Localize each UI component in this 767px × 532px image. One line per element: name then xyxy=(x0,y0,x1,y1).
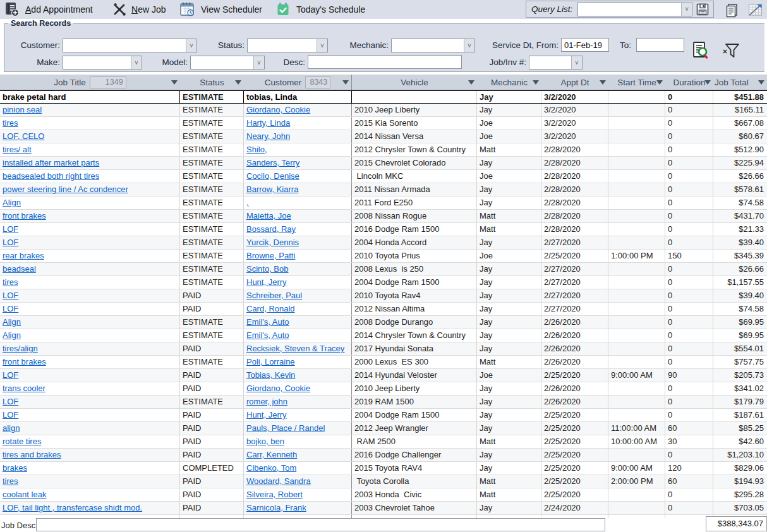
job-title-link[interactable]: Align xyxy=(3,330,21,340)
chevron-down-icon[interactable]: ˅ xyxy=(317,39,327,52)
customer-link[interactable]: Harty, Linda xyxy=(246,118,290,128)
customer-link[interactable]: Card, Ronald xyxy=(246,304,295,313)
table-row[interactable]: LOFESTIMATEBossard, Ray2016 Dodge Ram 15… xyxy=(0,223,767,236)
save-query-button[interactable] xyxy=(696,3,710,16)
customer-link[interactable]: Sanders, Terry xyxy=(246,158,299,167)
table-row[interactable]: tires/ altESTIMATEShilo,2012 Chrysler To… xyxy=(0,143,767,157)
sort-arrow-icon[interactable] xyxy=(704,80,711,85)
job-title-link[interactable]: tires and brakes xyxy=(3,450,61,459)
mechanic-select[interactable]: ˅ xyxy=(391,39,475,52)
export-grid-button[interactable] xyxy=(747,2,763,18)
table-row[interactable]: LOFPAIDHunt, Jerry2004 Dodge Ram 1500Jay… xyxy=(0,409,767,422)
customer-select[interactable]: ˅ xyxy=(63,39,197,52)
customer-link[interactable]: Woodard, Sandra xyxy=(246,476,311,486)
table-row[interactable]: tiresPAIDWoodard, Sandra Toyota CorollaM… xyxy=(0,475,767,488)
column-header-status[interactable]: Status xyxy=(180,75,244,90)
table-row[interactable]: rear brakesESTIMATEBrowne, Patti2010 Toy… xyxy=(0,250,767,263)
customer-link[interactable]: Silveira, Robert xyxy=(246,490,303,499)
column-header-job-title[interactable]: Job Title 1349 xyxy=(0,75,180,90)
table-row[interactable]: beadsealed both right tiresESTIMATECocil… xyxy=(0,170,767,183)
job-title-link[interactable]: front brakes xyxy=(3,357,46,366)
table-row[interactable]: alignPAIDPauls, Place / Randel2012 Jeep … xyxy=(0,422,767,435)
job-title-link[interactable]: coolant leak xyxy=(3,490,46,499)
customer-link[interactable]: Emil's, Auto xyxy=(246,330,289,340)
table-row[interactable]: LOFESTIMATEYurcik, Dennis2004 Honda Acco… xyxy=(0,236,767,250)
table-row[interactable]: power steering line / Ac condencerESTIMA… xyxy=(0,183,767,196)
chevron-down-icon[interactable]: ˅ xyxy=(571,56,582,69)
column-header-vehicle[interactable]: Vehicle xyxy=(352,75,477,90)
customer-link[interactable]: Barrow, Kiarra xyxy=(246,184,298,194)
table-row[interactable]: tiresESTIMATEHunt, Jerry2004 Dodge Ram 1… xyxy=(0,276,767,289)
customer-link[interactable]: Poli, Lorraine xyxy=(246,357,295,366)
job-title-link[interactable]: tires xyxy=(3,277,18,287)
table-row[interactable]: brakesCOMPLETEDCibenko, Tom2015 Toyota R… xyxy=(0,462,767,475)
column-header-start-time[interactable]: Start Time xyxy=(608,75,665,90)
table-row[interactable]: tires and brakesPAIDCarr, Kenneth2016 Do… xyxy=(0,449,767,462)
table-row[interactable]: LOFPAIDSchreiber, Paul2010 Toyota Rav4Ja… xyxy=(0,289,767,303)
customer-link[interactable]: Hunt, Jerry xyxy=(246,277,287,287)
table-row[interactable]: AlignESTIMATE,2011 Ford E250Jay2/28/2020… xyxy=(0,196,767,210)
table-row[interactable]: tires/alignPAIDRecksiek, Steven & Tracey… xyxy=(0,342,767,356)
sort-arrow-icon[interactable] xyxy=(600,80,606,85)
job-title-link[interactable]: brakes xyxy=(3,463,27,473)
customer-link[interactable]: Scinto, Bob xyxy=(246,264,289,274)
job-title-link[interactable]: tires xyxy=(3,118,18,128)
table-row[interactable]: front brakesESTIMATEPoli, Lorraine2000 L… xyxy=(0,356,767,369)
column-header-customer[interactable]: Customer 8343 xyxy=(244,75,352,90)
job-title-link[interactable]: beadsealed both right tires xyxy=(3,171,99,181)
status-select[interactable]: ˅ xyxy=(247,39,328,52)
table-row[interactable]: LOF, CELOESTIMATENeary, John2014 Nissan … xyxy=(0,130,767,143)
table-row[interactable]: LOFESTIMATEromer, john2019 RAM 1500Jay2/… xyxy=(0,396,767,409)
job-title-link[interactable]: LOF, CELO xyxy=(3,131,44,141)
customer-link[interactable]: bojko, ben xyxy=(246,437,284,446)
job-title-link[interactable]: trans cooler xyxy=(3,384,45,393)
column-header-appt-dt[interactable]: Appt Dt xyxy=(541,75,608,90)
table-row[interactable]: AlignESTIMATEEmil's, Auto2014 Chrysler T… xyxy=(0,329,767,342)
job-title-link[interactable]: Align xyxy=(3,198,21,207)
job-title-link[interactable]: LOF xyxy=(3,370,18,380)
customer-link[interactable]: Emil's, Auto xyxy=(246,317,289,327)
customer-link[interactable]: Recksiek, Steven & Tracey xyxy=(246,344,344,353)
customer-link[interactable]: Neary, John xyxy=(246,131,290,141)
sort-arrow-icon[interactable] xyxy=(342,80,349,85)
customer-link[interactable]: Schreiber, Paul xyxy=(246,291,302,300)
table-row[interactable]: LOFPAIDCard, Ronald2012 Nissan AltimaJay… xyxy=(0,303,767,316)
job-title-link[interactable]: Align xyxy=(3,317,21,327)
chevron-down-icon[interactable]: ˅ xyxy=(186,39,196,52)
customer-link[interactable]: Carr, Kenneth xyxy=(246,450,297,459)
customer-link[interactable]: Pauls, Place / Randel xyxy=(246,423,325,433)
job-title-link[interactable]: tires xyxy=(3,476,18,486)
table-row[interactable]: LOF, tail light , transfercase shidt mod… xyxy=(0,502,767,515)
customer-link[interactable]: , xyxy=(246,198,249,207)
job-title-link[interactable]: power steering line / Ac condencer xyxy=(3,184,128,194)
table-row[interactable]: brake petal hardESTIMATEtobias, LindaJay… xyxy=(0,90,767,104)
job-title-link[interactable]: LOF xyxy=(3,291,18,300)
table-row[interactable]: LOFPAIDTobias, Kevin2014 Hyundai Veloste… xyxy=(0,369,767,382)
table-row[interactable]: AlignESTIMATEEmil's, Auto2008 Dodge Dura… xyxy=(0,316,767,329)
table-row[interactable]: pinion sealESTIMATEGiordano, Cookie2010 … xyxy=(0,104,767,117)
table-row[interactable]: front brakesESTIMATEMaietta, Joe2008 Nis… xyxy=(0,210,767,223)
customer-link[interactable]: Bossard, Ray xyxy=(246,224,296,234)
chevron-down-icon[interactable]: ˅ xyxy=(131,56,142,69)
model-select[interactable]: ˅ xyxy=(190,56,265,70)
sort-arrow-icon[interactable] xyxy=(656,80,663,85)
clear-filter-button[interactable] xyxy=(721,42,742,61)
sort-arrow-icon[interactable] xyxy=(468,80,474,85)
customer-link[interactable]: Shilo, xyxy=(246,145,267,154)
column-header-mechanic[interactable]: Mechanic xyxy=(477,75,541,90)
customer-link[interactable]: Sarnicola, Frank xyxy=(246,503,306,512)
job-title-link[interactable]: tires/ alt xyxy=(3,145,32,154)
add-appointment-button[interactable]: Add Appointment xyxy=(4,1,93,18)
chevron-down-icon[interactable]: ˅ xyxy=(681,3,692,16)
service-dt-from-input[interactable] xyxy=(561,38,609,52)
job-title-link[interactable]: tires/align xyxy=(3,344,38,353)
customer-link[interactable]: romer, john xyxy=(246,397,287,406)
job-title-link[interactable]: LOF, tail light , transfercase shidt mod… xyxy=(3,503,142,512)
sort-arrow-icon[interactable] xyxy=(758,80,764,85)
job-title-link[interactable]: installed after market parts xyxy=(3,158,99,167)
sort-arrow-icon[interactable] xyxy=(533,80,539,85)
customer-link[interactable]: Maietta, Joe xyxy=(246,211,291,221)
todays-schedule-button[interactable]: Today's Schedule xyxy=(276,1,365,18)
job-title-link[interactable]: pinion seal xyxy=(3,105,42,114)
query-list-select[interactable]: ˅ xyxy=(577,3,692,16)
